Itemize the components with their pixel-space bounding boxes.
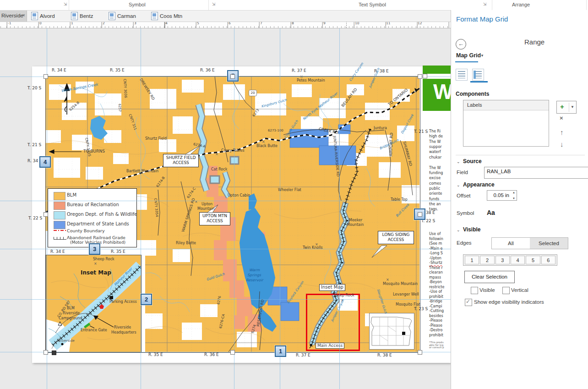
show-edge-indicators-checkbox[interactable] <box>465 299 472 306</box>
map-title-letter: W <box>433 79 451 104</box>
offset-stepper[interactable]: 0.05 in ▲ ▼ <box>487 190 517 201</box>
dialog-launcher-icon[interactable]: ⇲ <box>211 2 216 7</box>
ruler-number: 9 <box>323 22 326 25</box>
source-section-header[interactable]: Source <box>463 158 482 164</box>
ruler-number: 4 <box>165 22 168 25</box>
vertical-checkbox-label[interactable]: Vertical <box>511 287 528 293</box>
oregon-locator-map <box>369 313 414 350</box>
back-button[interactable]: ← <box>456 39 466 49</box>
layout-doc-icon <box>151 12 158 20</box>
chevron-collapse-icon[interactable]: ⌄ <box>457 159 460 164</box>
layout-tab-bar: Riverside × Alvord Bentz Carman Coos Mtn <box>0 10 451 22</box>
inset-map-frame[interactable] <box>46 255 142 352</box>
map-grid-selector[interactable]: Map Grid <box>456 52 481 59</box>
visible-section-header[interactable]: Visible <box>463 226 480 233</box>
edge-button-6[interactable]: 6 <box>541 256 555 264</box>
offset-value: 0.05 in <box>493 192 509 198</box>
selection-handle[interactable] <box>418 350 422 355</box>
stepper-down-icon[interactable]: ▼ <box>512 197 515 200</box>
layout-guide-vertical[interactable] <box>47 28 47 389</box>
legend-label: County Boundary <box>67 228 105 233</box>
edge-button-5[interactable]: 5 <box>526 256 540 264</box>
ruler-number: 12 <box>418 22 422 25</box>
components-listbox[interactable]: Labels <box>463 100 549 147</box>
chevron-down-icon[interactable]: ▼ <box>480 54 484 58</box>
horizontal-ruler: -10123456789101112 <box>0 22 451 28</box>
clear-selection-button[interactable]: Clear Selection <box>464 271 515 283</box>
selection-handle[interactable] <box>418 212 422 217</box>
locator-marker <box>402 332 405 335</box>
symbol-preview-button[interactable]: Aa <box>487 209 495 216</box>
edge-button-1[interactable]: 1 <box>465 256 479 264</box>
chevron-collapse-icon[interactable]: ⌄ <box>457 183 460 187</box>
show-edge-indicators-label[interactable]: Show edge visibility indicators <box>474 299 544 305</box>
button-divider <box>569 103 569 112</box>
edge-number-buttons: 1 2 3 4 5 6 <box>463 254 557 266</box>
edges-selected-option[interactable]: Selected <box>530 238 568 249</box>
tab-label: Alvord <box>40 13 55 19</box>
inset-extent-rectangle <box>306 294 360 351</box>
selection-handle[interactable] <box>230 350 235 355</box>
delete-component-button[interactable]: × <box>560 115 563 121</box>
visible-checkbox-label[interactable]: Visible <box>479 287 495 293</box>
ruler-number: 2 <box>103 22 105 25</box>
layout-guide-horizontal[interactable] <box>0 249 451 249</box>
chevron-collapse-icon[interactable]: ⌄ <box>457 228 460 232</box>
ribbon-group-strip: Symbol Text Symbol Arrange ⇲ ⇲ ⇲ <box>0 0 588 11</box>
legend-label: (Motor Vehicles Prohibited) <box>70 240 125 245</box>
panel-title: Format Map Grid <box>456 15 508 23</box>
layout-guide-vertical[interactable] <box>280 28 280 389</box>
layout-guide-horizontal[interactable] <box>0 201 451 201</box>
close-icon[interactable]: × <box>22 12 25 18</box>
callout-line: UPTON MTN <box>201 214 229 219</box>
layout-guide-vertical[interactable] <box>234 28 234 389</box>
layout-guide-horizontal[interactable] <box>0 77 451 77</box>
layout-guide-vertical[interactable] <box>339 28 340 389</box>
tab-label: Bentz <box>80 13 93 19</box>
ruler-number: 8 <box>292 22 294 25</box>
legend-label: Bureau of Reclamation <box>67 202 119 207</box>
ruler-number: 5 <box>197 22 199 25</box>
tab-grid-components[interactable] <box>472 69 484 81</box>
visible-checkbox[interactable] <box>471 287 478 294</box>
stepper-up-icon[interactable]: ▲ <box>512 191 515 194</box>
legend-label: BLM <box>67 192 76 197</box>
edges-all-option[interactable]: All <box>492 238 530 249</box>
dialog-launcher-icon[interactable]: ⇲ <box>63 2 68 7</box>
tab-riverside[interactable]: Riverside × <box>0 10 27 22</box>
layout-guide-horizontal[interactable] <box>0 352 451 352</box>
appearance-section-header[interactable]: Appearance <box>463 181 495 188</box>
selection-handle[interactable] <box>230 74 235 79</box>
layout-canvas[interactable]: W <box>0 28 451 389</box>
selection-handle[interactable] <box>44 212 48 217</box>
vertical-checkbox[interactable] <box>502 287 510 294</box>
legend-swatch-state-lands <box>54 221 65 229</box>
anchor-handle[interactable] <box>52 351 56 355</box>
edge-button-4[interactable]: 4 <box>511 256 525 264</box>
component-item-labels[interactable]: Labels <box>463 100 549 110</box>
ruler-cursor-marker <box>346 22 347 28</box>
move-down-button[interactable]: ↓ <box>560 140 564 148</box>
component-item-label: Labels <box>467 102 482 108</box>
move-up-button[interactable]: ↑ <box>560 128 564 136</box>
selection-handle[interactable] <box>423 74 427 78</box>
callout-long-siding-access: LONG SIDING ACCESS <box>378 231 414 244</box>
add-component-button[interactable]: + ▼ <box>556 101 577 114</box>
dialog-launcher-icon[interactable]: ⇲ <box>482 2 487 7</box>
edge-button-2[interactable]: 2 <box>480 256 494 264</box>
selection-handle[interactable] <box>44 74 48 79</box>
tab-grid-options[interactable] <box>456 69 468 81</box>
ribbon-group-symbol: Symbol <box>129 2 146 7</box>
callout-upton-mtn-access: UPTON MTN ACCESS <box>199 212 230 225</box>
ribbon-separator <box>586 0 587 10</box>
layout-guide-vertical[interactable] <box>141 28 141 389</box>
selection-handle[interactable] <box>418 74 422 79</box>
legend-swatch-blm <box>54 192 65 200</box>
ribbon-group-text-symbol: Text Symbol <box>359 2 386 7</box>
selection-handle[interactable] <box>44 350 48 355</box>
field-input[interactable]: RAN_LAB <box>484 167 588 179</box>
callout-line: ACCESS <box>201 219 229 224</box>
edge-button-3[interactable]: 3 <box>495 256 510 264</box>
callout-shurtz-field-access: SHURTZ FIELD ACCESS <box>163 154 199 167</box>
layout-guide-horizontal[interactable] <box>0 299 451 300</box>
